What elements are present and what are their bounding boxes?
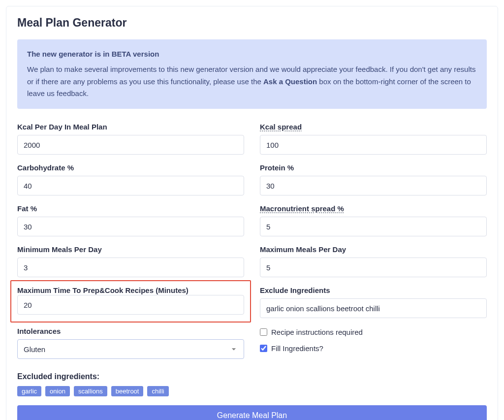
- field-intolerances: Intolerances Gluten: [17, 327, 244, 359]
- field-max-meals: Maximum Meals Per Day: [260, 245, 487, 277]
- label-carbohydrate: Carbohydrate %: [17, 163, 244, 172]
- checkbox-fill-ingredients-label: Fill Ingredients?: [271, 344, 323, 353]
- form-grid: Kcal Per Day In Meal Plan Kcal spread Ca…: [17, 123, 487, 359]
- banner-title: The new generator is in BETA version: [27, 48, 477, 61]
- tag-item: scallions: [74, 386, 107, 396]
- tag-item: onion: [45, 386, 70, 396]
- input-kcal-per-day[interactable]: [17, 135, 244, 155]
- label-max-meals: Maximum Meals Per Day: [260, 245, 487, 254]
- field-min-meals: Minimum Meals Per Day: [17, 245, 244, 277]
- checkbox-fill-ingredients-row[interactable]: Fill Ingredients?: [260, 344, 487, 353]
- label-macro-spread: Macronutrient spread %: [260, 204, 344, 213]
- excluded-title: Excluded ingredients:: [17, 372, 487, 381]
- field-max-prep-time-wrapper: Maximum Time To Prep&Cook Recipes (Minut…: [17, 286, 244, 318]
- excluded-section: Excluded ingredients: garlic onion scall…: [17, 372, 487, 396]
- highlight-box: Maximum Time To Prep&Cook Recipes (Minut…: [10, 280, 251, 323]
- checkbox-recipe-instructions-row[interactable]: Recipe instructions required: [260, 328, 487, 336]
- input-max-prep-time[interactable]: [17, 295, 244, 315]
- label-kcal-per-day: Kcal Per Day In Meal Plan: [17, 123, 244, 131]
- checkbox-fill-ingredients[interactable]: [260, 345, 267, 352]
- input-exclude-ingredients[interactable]: [260, 298, 487, 318]
- generate-button[interactable]: Generate Meal Plan: [17, 405, 487, 420]
- page-title: Meal Plan Generator: [17, 16, 487, 30]
- label-kcal-spread: Kcal spread: [260, 123, 302, 131]
- field-macro-spread: Macronutrient spread %: [260, 204, 487, 236]
- tag-item: beetroot: [111, 386, 144, 396]
- beta-banner: The new generator is in BETA version We …: [17, 39, 487, 109]
- checkbox-recipe-instructions-label: Recipe instructions required: [271, 328, 363, 336]
- banner-body: We plan to make several improvements to …: [27, 64, 477, 100]
- input-carbohydrate[interactable]: [17, 176, 244, 195]
- select-intolerances[interactable]: Gluten: [17, 339, 244, 359]
- meal-plan-card: Meal Plan Generator The new generator is…: [6, 6, 498, 420]
- banner-body-strong: Ask a Question: [263, 77, 317, 86]
- input-protein[interactable]: [260, 176, 487, 195]
- input-max-meals[interactable]: [260, 258, 487, 277]
- input-min-meals[interactable]: [17, 258, 244, 277]
- field-carbohydrate: Carbohydrate %: [17, 163, 244, 195]
- label-max-prep-time: Maximum Time To Prep&Cook Recipes (Minut…: [17, 286, 189, 294]
- label-protein: Protein %: [260, 163, 487, 172]
- checkbox-recipe-instructions[interactable]: [260, 328, 267, 336]
- field-exclude-ingredients: Exclude Ingredients: [260, 286, 487, 318]
- input-kcal-spread[interactable]: [260, 135, 487, 155]
- excluded-tags: garlic onion scallions beetroot chilli: [17, 386, 487, 396]
- label-min-meals: Minimum Meals Per Day: [17, 245, 244, 254]
- label-exclude-ingredients: Exclude Ingredients: [260, 286, 487, 294]
- field-fat: Fat %: [17, 204, 244, 236]
- label-fat: Fat %: [17, 204, 244, 213]
- field-kcal-per-day: Kcal Per Day In Meal Plan: [17, 123, 244, 155]
- field-protein: Protein %: [260, 163, 487, 195]
- checkbox-column: Recipe instructions required Fill Ingred…: [260, 327, 487, 359]
- input-fat[interactable]: [17, 217, 244, 236]
- label-intolerances: Intolerances: [17, 327, 244, 335]
- input-macro-spread[interactable]: [260, 217, 487, 236]
- tag-item: garlic: [17, 386, 41, 396]
- tag-item: chilli: [147, 386, 168, 396]
- field-kcal-spread: Kcal spread: [260, 123, 487, 155]
